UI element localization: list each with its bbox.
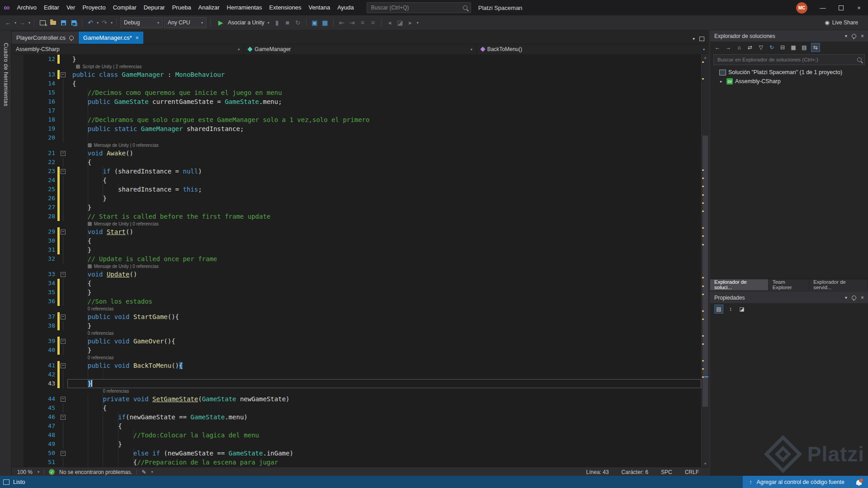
breakpoint-margin[interactable] <box>12 158 24 167</box>
codelens-annotation[interactable]: Script de Unity | 2 referencias <box>12 64 701 70</box>
categorized-icon[interactable]: ▤ <box>714 305 723 314</box>
pin-icon[interactable] <box>852 296 856 300</box>
codelens-annotation[interactable]: 0 referencias <box>12 306 701 312</box>
breakpoint-margin[interactable] <box>12 106 24 115</box>
navigate-forward-icon[interactable]: → <box>18 18 27 28</box>
panel-tab-1[interactable]: Explorador de soluci... <box>710 279 769 290</box>
panel-tab-3[interactable]: Explorador de servid... <box>809 279 868 290</box>
refresh-icon[interactable]: ↻ <box>768 43 776 52</box>
codelens-annotation[interactable]: Mensaje de Unity | 0 referencias <box>12 221 701 227</box>
undo-caret-icon[interactable]: ▾ <box>97 21 99 25</box>
fold-margin[interactable]: – <box>60 361 67 370</box>
fold-margin[interactable]: – <box>60 312 67 321</box>
scrollbar-thumb[interactable] <box>703 136 708 407</box>
code-text[interactable]: } <box>67 440 701 449</box>
fold-margin[interactable]: – <box>60 167 67 176</box>
fold-margin[interactable] <box>60 245 67 254</box>
line-number[interactable]: 50 <box>24 449 55 458</box>
fold-collapse-icon[interactable]: – <box>61 72 66 77</box>
platform-combo[interactable]: Any CPU▾ <box>164 17 207 28</box>
line-number[interactable]: 36 <box>24 297 55 306</box>
fold-margin[interactable] <box>60 203 67 212</box>
fold-margin[interactable] <box>60 133 67 142</box>
codelens-text[interactable]: Mensaje de Unity | 0 referencias <box>67 263 159 270</box>
fold-margin[interactable] <box>60 279 67 288</box>
code-text[interactable]: //Son los estados <box>67 297 701 306</box>
navigate-forward-caret-icon[interactable]: ▾ <box>28 21 30 25</box>
expander-icon[interactable]: ▸ <box>720 79 724 84</box>
line-number[interactable]: 22 <box>24 158 55 167</box>
redo-caret-icon[interactable]: ▾ <box>111 21 113 25</box>
fold-margin[interactable] <box>60 370 67 379</box>
code-text[interactable]: // Update is called once per frame <box>67 254 701 263</box>
fold-margin[interactable] <box>60 115 67 124</box>
breakpoint-margin[interactable] <box>12 312 24 321</box>
breakpoint-margin[interactable] <box>12 236 24 245</box>
menu-prueba[interactable]: Prueba <box>169 0 195 15</box>
comment-icon[interactable]: ≡ <box>358 18 367 28</box>
code-text[interactable]: { <box>67 79 701 88</box>
line-number[interactable]: 30 <box>24 236 55 245</box>
breakpoint-margin[interactable] <box>12 203 24 212</box>
breakpoint-margin[interactable] <box>12 270 24 279</box>
collapse-all-icon[interactable]: ⊟ <box>778 43 787 52</box>
navigate-back-icon[interactable]: ← <box>4 18 13 28</box>
code-text[interactable]: } <box>67 245 701 254</box>
save-icon[interactable] <box>59 18 68 28</box>
line-number[interactable]: 13 <box>24 70 55 79</box>
pin-icon[interactable] <box>69 36 74 40</box>
code-text[interactable]: { <box>67 279 701 288</box>
pencil-icon[interactable]: ✎ <box>142 469 146 475</box>
panel-tab-2[interactable]: Team Explorer <box>769 279 809 290</box>
show-all-windows-icon[interactable]: ▦ <box>321 18 330 28</box>
codelens-text[interactable]: 0 referencias <box>67 355 114 361</box>
code-text[interactable]: } <box>67 194 701 203</box>
code-text[interactable]: void Update() <box>67 270 701 279</box>
line-number[interactable]: 48 <box>24 431 55 440</box>
pause-icon[interactable]: ▮ <box>273 18 282 28</box>
zoom-caret-icon[interactable]: ▾ <box>38 470 39 474</box>
line-number[interactable]: 40 <box>24 346 55 355</box>
codelens-annotation[interactable]: 0 referencias <box>12 388 701 394</box>
line-number[interactable]: 18 <box>24 115 55 124</box>
float-window-icon[interactable] <box>699 37 704 41</box>
breakpoint-margin[interactable] <box>12 167 24 176</box>
fold-margin[interactable] <box>60 79 67 88</box>
code-text[interactable]: } <box>67 346 701 355</box>
code-text[interactable]: public class GameManager : MonoBehaviour <box>67 70 701 79</box>
solution-search-input[interactable] <box>717 56 854 63</box>
fold-margin[interactable] <box>60 422 67 431</box>
code-text[interactable]: { <box>67 158 701 167</box>
close-button[interactable]: × <box>850 0 868 15</box>
toolbox-strip[interactable]: Cuadro de herramientas <box>0 30 12 476</box>
line-number[interactable]: 44 <box>24 394 55 404</box>
fold-margin[interactable]: – <box>60 270 67 279</box>
bookmark-icon[interactable]: ◪ <box>396 18 405 28</box>
breakpoint-margin[interactable] <box>12 379 24 388</box>
minimize-button[interactable]: — <box>814 0 832 15</box>
code-text[interactable]: void Start() <box>67 227 701 236</box>
code-text[interactable] <box>67 133 701 142</box>
line-number[interactable]: 43 <box>24 379 55 388</box>
fold-margin[interactable] <box>60 404 67 413</box>
code-lines[interactable]: 12}Script de Unity | 2 referencias13–pub… <box>12 54 701 467</box>
tab-gamemanager-cs-[interactable]: GameManager.cs*× <box>79 32 143 44</box>
code-text[interactable]: void Awake() <box>67 149 701 158</box>
restore-button[interactable] <box>832 0 850 15</box>
live-share-button[interactable]: ◉ Live Share <box>825 19 864 26</box>
fold-margin[interactable] <box>60 346 67 355</box>
breakpoint-margin[interactable] <box>12 97 24 106</box>
pencil-caret-icon[interactable]: ▾ <box>151 470 153 474</box>
quick-search-input[interactable] <box>370 4 463 11</box>
fold-margin[interactable] <box>60 297 67 306</box>
fold-margin[interactable] <box>60 88 67 97</box>
code-text[interactable]: { <box>67 422 701 431</box>
breakpoint-margin[interactable] <box>12 176 24 185</box>
fold-margin[interactable] <box>60 55 67 64</box>
code-text[interactable] <box>67 106 701 115</box>
fold-collapse-icon[interactable]: – <box>61 272 66 277</box>
outdent-icon[interactable]: ⇤ <box>337 18 346 28</box>
fold-margin[interactable]: – <box>60 337 67 346</box>
pin-icon[interactable] <box>852 34 856 38</box>
code-text[interactable]: private void SetGameState(GameState newG… <box>67 394 701 404</box>
